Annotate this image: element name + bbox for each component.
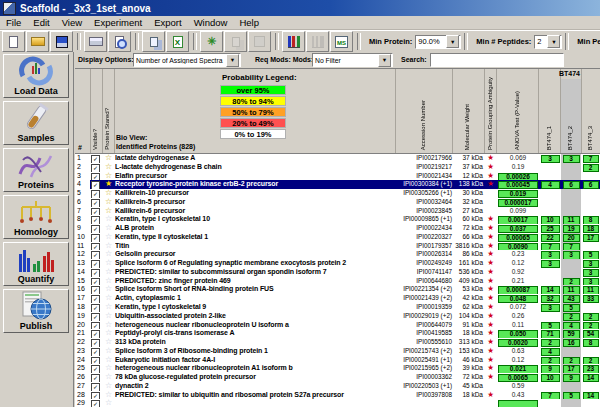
- spectra-count-bt474-3: 17: [581, 233, 600, 242]
- sidebar-item-quantify[interactable]: Quantify: [3, 242, 69, 286]
- table-row[interactable]: 9✓☆ALB proteinIPI0002243472 kDa★0.037251…: [75, 224, 600, 233]
- table-row[interactable]: 11✓☆TitinIPI001793573816 kDa★0.009077: [75, 242, 600, 251]
- table-row[interactable]: 26✓☆78 kDa glucose-regulated protein pre…: [75, 373, 600, 382]
- spectra-count-bt474-2: [561, 347, 581, 356]
- menu-file[interactable]: File: [0, 17, 27, 28]
- table-row[interactable]: 1✓☆lactate dehydrogenase AIPI0021796637 …: [75, 154, 600, 163]
- table-row[interactable]: 12✓☆Gelsolin precursorIPI0002631486 kDa★…: [75, 250, 600, 259]
- title-bar[interactable]: Scaffold - _3x3_1set_anova: [0, 0, 600, 16]
- table-header: # Visible? Protein Stared? Bio View: Ide…: [75, 69, 600, 154]
- spectra-count-bt474-2: 3: [561, 154, 581, 163]
- spectra-count-bt474-1: [539, 277, 561, 286]
- column-header-bt474-1[interactable]: BT474_1: [546, 126, 552, 150]
- molecular-weight: 37 kDa: [453, 163, 483, 172]
- sidebar-item-homology[interactable]: Homology: [3, 195, 69, 239]
- menu-help[interactable]: Help: [233, 17, 265, 28]
- visible-cell: ✓: [91, 399, 102, 407]
- column-header-bt474-3[interactable]: BT474_3: [587, 126, 593, 150]
- table-row[interactable]: 25✓☆heterogeneous nuclear ribonucleoprot…: [75, 364, 600, 373]
- menu-export[interactable]: Export: [148, 17, 187, 28]
- row-number: 28: [75, 391, 90, 400]
- table-row[interactable]: 23✓☆Splice Isoform 3 of Ribosome-binding…: [75, 347, 600, 356]
- add-star-button[interactable]: ✳: [200, 31, 223, 52]
- table-row[interactable]: 8✓☆Keratin, type I cytoskeletal 10IPI000…: [75, 215, 600, 224]
- column-header-bt474-2[interactable]: BT474_2: [567, 126, 573, 150]
- anova-cell: [497, 399, 539, 407]
- row-number: 18: [75, 303, 90, 312]
- anova-cell: 0.59: [497, 382, 539, 391]
- menu-view[interactable]: View: [56, 17, 88, 28]
- table-row[interactable]: 20✓☆heterogeneous nuclear ribonucleoprot…: [75, 321, 600, 330]
- column-header-visible[interactable]: Visible?: [92, 129, 98, 150]
- table-row[interactable]: 16✓☆Splice Isoform Short of RNA-binding …: [75, 285, 600, 294]
- copy-button[interactable]: [142, 31, 165, 52]
- table-row[interactable]: 21✓☆Peptidyl-prolyl cis-trans isomerase …: [75, 329, 600, 338]
- display-options-select[interactable]: Number of Assigned Spectra ▼: [133, 53, 241, 67]
- table-row[interactable]: 4✓★Receptor tyrosine-protein kinase erbB…: [75, 180, 600, 189]
- ms-button[interactable]: MS: [330, 31, 353, 52]
- table-row[interactable]: 28✓☆PREDICTED: similar to ubiquitin and …: [75, 391, 600, 400]
- table-row[interactable]: 3✓☆Elafin precursorIPI0002143412 kDa★0.0…: [75, 172, 600, 181]
- spectra-count-bt474-1: 22: [539, 233, 561, 242]
- table-row[interactable]: 17✓☆Actin, cytoplasmic 1IPI00021439 (+2)…: [75, 294, 600, 303]
- anova-cell: 0.0020: [497, 338, 539, 347]
- identified-proteins-header[interactable]: Identified Proteins (828): [116, 143, 195, 150]
- column-header-row-number[interactable]: #: [78, 144, 82, 151]
- spectra-count-bt474-2: 2: [561, 356, 581, 365]
- sidebar-item-proteins[interactable]: Proteins: [3, 148, 69, 192]
- sidebar-item-load-data[interactable]: Load Data: [3, 54, 69, 98]
- visible-cell: ✓: [91, 250, 102, 259]
- sidebar-item-samples[interactable]: Samples: [3, 101, 69, 145]
- dropdown-arrow-icon[interactable]: ▼: [446, 35, 459, 48]
- table-row[interactable]: 22✓☆313 kDa proteinIPI00555610313 kDa★0.…: [75, 338, 600, 347]
- table-row[interactable]: 27✓☆dynactin 2IPI00220503 (+1)45 kDa0.59: [75, 382, 600, 391]
- new-document-button[interactable]: [2, 31, 25, 52]
- table-row[interactable]: 24✓☆Eukaryotic initiation factor 4A-IIPI…: [75, 356, 600, 365]
- table-row[interactable]: 19✓☆Ubiquitin-associated protein 2-likeI…: [75, 312, 600, 321]
- search-input[interactable]: [430, 53, 564, 67]
- min-peptides-select[interactable]: 2 ▼: [534, 35, 562, 49]
- menu-window[interactable]: Window: [188, 17, 234, 28]
- visible-checkbox[interactable]: ✓: [91, 400, 100, 407]
- table-row[interactable]: 15✓☆PREDICTED: zinc finger protein 469IP…: [75, 277, 600, 286]
- table-row[interactable]: 14✓☆PREDICTED: similar to subcommissural…: [75, 268, 600, 277]
- spectra-count-bt474-1: 71: [539, 329, 561, 338]
- table-row[interactable]: 2✓☆L-lactate dehydrogenase B chainIPI002…: [75, 163, 600, 172]
- star-icon[interactable]: ☆: [103, 399, 114, 407]
- open-file-button[interactable]: [26, 31, 49, 52]
- row-number: 29: [75, 399, 90, 407]
- visible-cell: ✓: [91, 382, 102, 391]
- column-header-grouping-ambiguity[interactable]: Protein Grouping Ambiguity: [487, 77, 493, 150]
- spectra-count-bt474-1: [539, 399, 561, 407]
- min-protein-label: Min Protein:: [369, 37, 412, 46]
- column-header-molecular-weight[interactable]: Molecular Weight: [464, 104, 470, 150]
- table-row[interactable]: 29✓☆: [75, 399, 600, 407]
- dropdown-arrow-icon[interactable]: ▼: [378, 54, 391, 67]
- mods-select[interactable]: No Filter ▼: [312, 53, 393, 67]
- sidebar-item-publish[interactable]: Publish: [3, 289, 69, 333]
- table-row[interactable]: 18✓☆Keratin, type I cytoskeletal 9IPI000…: [75, 303, 600, 312]
- min-protein-select[interactable]: 90.0% ▼: [415, 35, 461, 49]
- table-row[interactable]: 5✓☆Kallikrein-10 precursorIPI00305266 (+…: [75, 189, 600, 198]
- print-button[interactable]: [84, 31, 107, 52]
- menu-experiment[interactable]: Experiment: [88, 17, 148, 28]
- table-row[interactable]: 6✓☆Kallikrein-5 precursorIPI0003246432 k…: [75, 198, 600, 207]
- accession-number: IPI00009865 (+1): [395, 215, 452, 224]
- spectra-count-bt474-2: [561, 259, 581, 268]
- column-header-starred[interactable]: Protein Stared?: [104, 108, 110, 150]
- column-header-accession[interactable]: Accession Number: [420, 100, 426, 150]
- anova-value: 0.072: [510, 303, 526, 310]
- export-excel-button[interactable]: X: [166, 31, 189, 52]
- protein-name: Keratin, type I cytoskeletal 10: [115, 215, 396, 224]
- print-preview-button[interactable]: [108, 31, 131, 52]
- dropdown-arrow-icon[interactable]: ▼: [226, 54, 239, 67]
- table-row[interactable]: 10✓☆Keratin, type II cytoskeletal 1IPI00…: [75, 233, 600, 242]
- chart-button[interactable]: [282, 31, 305, 52]
- save-button[interactable]: [50, 31, 73, 52]
- menu-edit[interactable]: Edit: [27, 17, 55, 28]
- table-row[interactable]: 13✓☆Splice Isoform 6 of Regulating synap…: [75, 259, 600, 268]
- table-row[interactable]: 7✓☆Kallikrein-6 precursorIPI0002384527 k…: [75, 207, 600, 216]
- column-header-anova[interactable]: ANOVA Test (P-Value): [514, 91, 520, 150]
- dropdown-arrow-icon[interactable]: ▼: [547, 35, 560, 48]
- spectra-count-bt474-3: [581, 382, 600, 391]
